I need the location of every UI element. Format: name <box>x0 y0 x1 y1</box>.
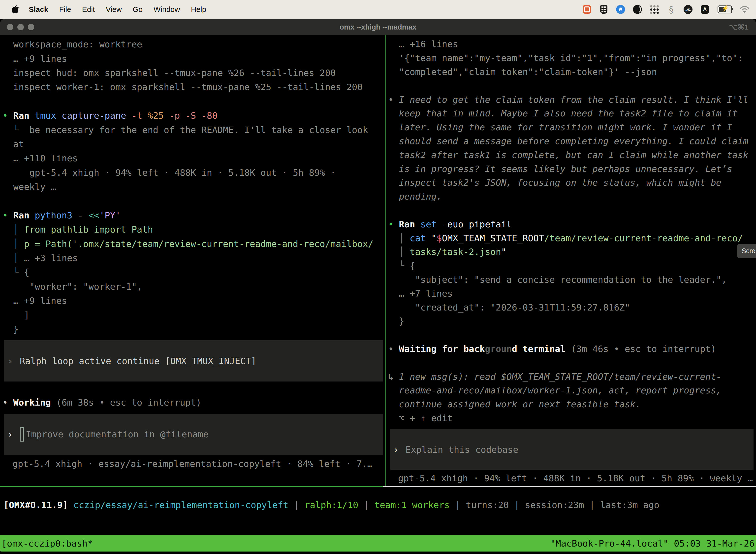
terminal-line: '{"team_name":"my-team","task_id":"1","f… <box>388 51 756 65</box>
terminal-line: │ from pathlib import Path <box>2 222 385 236</box>
menu-item-edit[interactable]: Edit <box>82 5 95 14</box>
dots-grid-icon[interactable] <box>649 4 659 14</box>
menu-item-file[interactable]: File <box>59 5 71 14</box>
input-placeholder: Explain this codebase <box>405 445 518 455</box>
right-pane: … +16 lines '{"team_name":"my-team","tas… <box>385 35 756 486</box>
terminal-window: omx --xhigh --madmax ⌥⌘1 workspace_mode:… <box>0 19 756 554</box>
tmux-session-name: [omx-cczip0:bash* <box>1 538 93 549</box>
working-status-line: • Working (6m 38s • esc to interrupt) <box>2 395 385 409</box>
terminal-line: • Ran tmux capture-pane -t %25 -p -S -80 <box>2 108 385 123</box>
terminal-line: "subject": "send a concise recommendatio… <box>388 273 756 287</box>
terminal-line: inspect_worker-1: omx sparkshell --tmux-… <box>2 80 385 94</box>
tmux-host-and-clock: "MacBook-Pro-44.local" 05:03 31-Mar-26 <box>550 538 755 549</box>
crescent-circle-icon[interactable] <box>632 4 642 14</box>
terminal-line: │ cat "$OMX_TEAM_STATE_ROOT/team/review-… <box>388 231 756 245</box>
left-terminal-output: workspace_mode: worktree … +9 lines insp… <box>2 37 385 336</box>
right-terminal-output: … +16 lines '{"team_name":"my-team","tas… <box>388 37 756 425</box>
terminal-line: • Ran python3 - <<'PY' <box>2 208 385 222</box>
ralph-loop-text: Ralph loop active continue [OMX_TMUX_INJ… <box>20 356 256 366</box>
terminal-line: ⌥ + ↑ edit <box>388 411 756 425</box>
menu-app-name[interactable]: Slack <box>29 5 48 14</box>
terminal-line: │ p = Path('.omx/state/team/review-curre… <box>2 236 385 251</box>
terminal-line: • Waiting for background terminal (3m 46… <box>388 342 756 356</box>
terminal-line: ↳ 1 new msg(s): read $OMX_TEAM_STATE_ROO… <box>388 370 756 384</box>
terminal-line: • Working (6m 38s • esc to interrupt) <box>2 395 385 409</box>
terminal-line <box>388 79 756 93</box>
terminal-line: ] <box>2 308 385 322</box>
omx-status-line: [OMX#0.11.9] cczip/essay/ai-reimplementa… <box>0 487 756 512</box>
chat-bubble-icon[interactable] <box>582 4 592 14</box>
ralph-loop-banner: › Ralph loop active continue [OMX_TMUX_I… <box>4 340 383 382</box>
terminal-line: inspect task2's JSON, focusing on the st… <box>388 176 756 189</box>
tmux-panes: workspace_mode: worktree … +9 lines insp… <box>0 35 756 486</box>
terminal-line: └ { <box>2 265 385 279</box>
terminal-line: └ be necessary for the end of the README… <box>2 123 385 137</box>
screenshot-tooltip: Scre <box>737 244 756 258</box>
terminal-line: continue assigned work or next feasible … <box>388 397 756 411</box>
menu-item-view[interactable]: View <box>106 5 122 14</box>
terminal-line: … +9 lines <box>2 51 385 65</box>
terminal-line <box>2 94 385 108</box>
terminal-line: weekly … <box>2 180 385 194</box>
wifi-icon[interactable] <box>740 4 750 14</box>
text-cursor <box>20 427 24 442</box>
left-model-status-line: gpt-5.4 xhigh · essay/ai-reimplementatio… <box>2 457 385 471</box>
terminal-line: • I need to get the claim token from the… <box>388 93 756 107</box>
prompt-chevron-icon: › <box>393 445 398 455</box>
right-prompt-input[interactable]: › Explain this codebase <box>390 429 754 470</box>
terminal-line: [OMX#0.11.9] cczip/essay/ai-reimplementa… <box>3 498 756 512</box>
squiggle-icon[interactable]: § <box>666 4 676 14</box>
terminal-line: should send a message before completing … <box>388 134 756 148</box>
terminal-line: gpt-5.4 xhigh · 94% left · 488K in · 5.1… <box>2 166 385 180</box>
menu-item-go[interactable]: Go <box>133 5 143 14</box>
terminal-line: … +110 lines <box>2 151 385 165</box>
input-placeholder: Improve documentation in @filename <box>26 429 208 439</box>
terminal-line <box>388 328 756 342</box>
window-title: omx --xhigh --madmax <box>0 19 756 35</box>
circle-61-icon[interactable]: ..61 <box>683 4 693 14</box>
tmux-status-bar: [omx-cczip0:bash* "MacBook-Pro-44.local"… <box>0 535 756 552</box>
terminal-line: … +7 lines <box>388 286 756 300</box>
terminal-line: keep that in mind. Maybe I also need the… <box>388 107 756 120</box>
right-model-status-line: gpt-5.4 xhigh · 94% left · 488K in · 5.1… <box>388 471 756 485</box>
terminal-line: └ { <box>388 259 756 273</box>
terminal-line: at <box>2 137 385 151</box>
terminal-line: "completed","claim_token":"claim-token"}… <box>388 65 756 79</box>
terminal-line <box>2 194 385 208</box>
bottom-pane: [OMX#0.11.9] cczip/essay/ai-reimplementa… <box>0 487 756 535</box>
shield-grid-icon[interactable] <box>599 4 609 14</box>
terminal-line <box>388 204 756 217</box>
terminal-line <box>388 356 756 370</box>
terminal-line: │ tasks/task-2.json" <box>388 245 756 259</box>
window-title-bar: omx --xhigh --madmax ⌥⌘1 <box>0 19 756 35</box>
terminal-line: • Ran set -euo pipefail <box>388 217 756 231</box>
menu-item-window[interactable]: Window <box>153 5 180 14</box>
window-shortcut: ⌥⌘1 <box>729 19 749 35</box>
menu-item-help[interactable]: Help <box>191 5 206 14</box>
apple-menu-icon[interactable] <box>12 5 19 14</box>
terminal-line: later. Using the same for transition mig… <box>388 120 756 134</box>
terminal-line: … +9 lines <box>2 294 385 308</box>
terminal-line: readme-and-reco/mailbox/worker-1.json, a… <box>388 384 756 397</box>
terminal-line: } <box>388 314 756 328</box>
left-pane: workspace_mode: worktree … +9 lines insp… <box>0 35 385 486</box>
left-prompt-input[interactable]: › Improve documentation in @filename <box>4 414 383 455</box>
status-icons: § ..61 A ⚡ <box>582 4 756 14</box>
prompt-chevron-icon: › <box>7 356 13 366</box>
terminal-line: "worker": "worker-1", <box>2 279 385 294</box>
terminal-line: inspect_hud: omx sparkshell --tmux-pane … <box>2 66 385 80</box>
terminal-line: … +16 lines <box>388 37 756 51</box>
terminal-line: is in progress? It seems likely but perh… <box>388 162 756 176</box>
terminal-line: task2 after task1 is complete, but can I… <box>388 148 756 162</box>
blue-badge-icon[interactable] <box>616 4 626 14</box>
terminal-line: "created_at": "2026-03-31T11:59:27.816Z" <box>388 300 756 314</box>
terminal-line: │ … +3 lines <box>2 251 385 265</box>
terminal-line: } <box>2 322 385 336</box>
keyboard-a-icon[interactable]: A <box>700 4 710 14</box>
terminal-line: pending. <box>388 189 756 204</box>
terminal-line: workspace_mode: worktree <box>2 37 385 51</box>
battery-icon[interactable]: ⚡ <box>717 4 733 14</box>
prompt-chevron-icon: › <box>7 429 13 439</box>
macos-menu-bar: Slack File Edit View Go Window Help § ..… <box>0 0 756 19</box>
